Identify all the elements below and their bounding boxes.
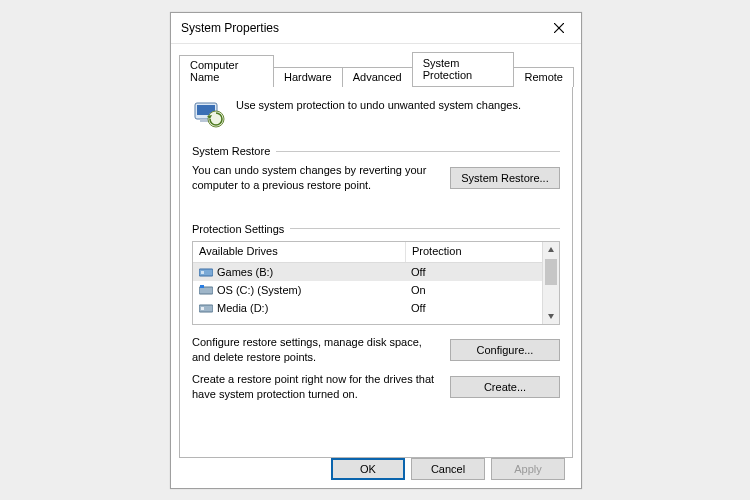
drive-name: Games (B:) — [217, 266, 273, 278]
intro-text: Use system protection to undo unwanted s… — [236, 97, 521, 111]
create-row: Create a restore point right now for the… — [192, 372, 560, 402]
svg-marker-14 — [548, 314, 554, 319]
group-rule — [276, 151, 560, 152]
column-header-drives[interactable]: Available Drives — [193, 242, 406, 262]
drive-protection: Off — [405, 266, 559, 278]
svg-rect-9 — [199, 287, 213, 294]
group-protection-settings: Protection Settings — [192, 223, 560, 235]
system-restore-desc: You can undo system changes by reverting… — [192, 163, 440, 193]
system-properties-dialog: System Properties Computer Name Hardware… — [170, 12, 582, 489]
tab-page: Use system protection to undo unwanted s… — [179, 86, 573, 458]
system-restore-button[interactable]: System Restore... — [450, 167, 560, 189]
drive-protection: On — [405, 284, 559, 296]
cancel-button[interactable]: Cancel — [411, 458, 485, 480]
group-label: System Restore — [192, 145, 270, 157]
drives-list: Available Drives Protection Games (B:) O… — [192, 241, 560, 325]
drive-icon — [199, 303, 213, 313]
drive-protection: Off — [405, 302, 559, 314]
scroll-up-button[interactable] — [543, 242, 559, 258]
column-header-protection[interactable]: Protection — [406, 242, 559, 262]
close-icon — [554, 23, 564, 33]
drive-icon — [199, 267, 213, 277]
scroll-thumb[interactable] — [545, 259, 557, 285]
dialog-footer: OK Cancel Apply — [171, 458, 581, 480]
tab-remote[interactable]: Remote — [513, 67, 574, 87]
drives-rows: Games (B:) Off OS (C:) (System) On Media… — [193, 263, 559, 323]
create-desc: Create a restore point right now for the… — [192, 372, 440, 402]
svg-rect-10 — [200, 285, 204, 288]
drives-scrollbar[interactable] — [542, 242, 559, 324]
drive-row[interactable]: Media (D:) Off — [193, 299, 559, 317]
configure-button[interactable]: Configure... — [450, 339, 560, 361]
tab-system-protection[interactable]: System Protection — [412, 52, 515, 86]
svg-rect-8 — [201, 271, 204, 274]
svg-marker-13 — [548, 247, 554, 252]
window-title: System Properties — [181, 21, 279, 35]
system-restore-row: You can undo system changes by reverting… — [192, 163, 560, 193]
create-button[interactable]: Create... — [450, 376, 560, 398]
tab-advanced[interactable]: Advanced — [342, 67, 413, 87]
tab-hardware[interactable]: Hardware — [273, 67, 343, 87]
drive-name: Media (D:) — [217, 302, 268, 314]
tab-computer-name[interactable]: Computer Name — [179, 55, 274, 87]
ok-button[interactable]: OK — [331, 458, 405, 480]
drive-name: OS (C:) (System) — [217, 284, 301, 296]
scroll-down-button[interactable] — [543, 308, 559, 324]
drives-header: Available Drives Protection — [193, 242, 559, 263]
close-button[interactable] — [545, 18, 573, 38]
configure-row: Configure restore settings, manage disk … — [192, 335, 560, 365]
intro-row: Use system protection to undo unwanted s… — [192, 97, 560, 131]
drive-icon — [199, 285, 213, 295]
svg-rect-12 — [201, 307, 204, 310]
drive-row[interactable]: Games (B:) Off — [193, 263, 559, 281]
configure-desc: Configure restore settings, manage disk … — [192, 335, 440, 365]
drive-row[interactable]: OS (C:) (System) On — [193, 281, 559, 299]
group-label: Protection Settings — [192, 223, 284, 235]
group-system-restore: System Restore — [192, 145, 560, 157]
tabstrip: Computer Name Hardware Advanced System P… — [171, 44, 581, 86]
group-rule — [290, 228, 560, 229]
system-protection-icon — [192, 97, 226, 131]
titlebar: System Properties — [171, 13, 581, 44]
apply-button[interactable]: Apply — [491, 458, 565, 480]
